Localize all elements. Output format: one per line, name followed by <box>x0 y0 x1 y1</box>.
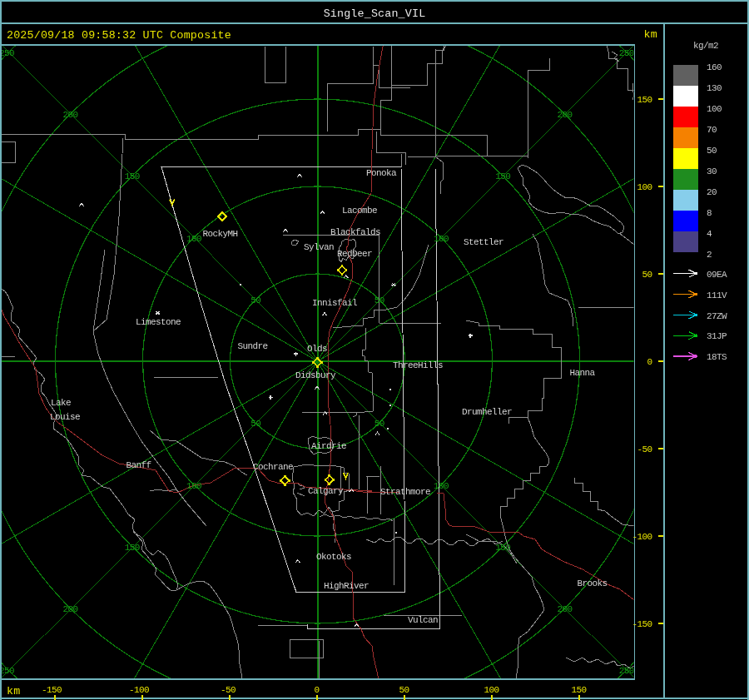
svg-text:50: 50 <box>250 295 260 305</box>
svg-text:150: 150 <box>125 543 140 553</box>
svg-text:Drumheller: Drumheller <box>462 407 512 417</box>
svg-text:130: 130 <box>707 83 722 93</box>
svg-text:100: 100 <box>186 481 201 491</box>
svg-text:-100: -100 <box>632 532 652 542</box>
svg-text:Limestone: Limestone <box>136 317 181 327</box>
svg-text:0: 0 <box>647 357 652 367</box>
svg-text:100: 100 <box>434 234 449 244</box>
svg-text:50: 50 <box>374 295 384 305</box>
svg-text:-150: -150 <box>632 619 652 629</box>
svg-text:-50: -50 <box>221 685 236 695</box>
svg-text:50: 50 <box>399 685 409 695</box>
svg-text:-100: -100 <box>129 685 149 695</box>
svg-text:-50: -50 <box>637 444 652 454</box>
svg-text:RockyMH: RockyMH <box>203 229 238 239</box>
svg-text:50: 50 <box>642 270 652 280</box>
svg-text:200: 200 <box>62 604 77 614</box>
svg-text:150: 150 <box>495 543 510 553</box>
svg-text:Sundre: Sundre <box>238 341 268 351</box>
svg-text:Olds: Olds <box>307 344 327 354</box>
svg-text:8: 8 <box>707 208 712 218</box>
svg-text:20: 20 <box>707 187 717 197</box>
svg-text:2: 2 <box>707 250 712 260</box>
svg-text:Cochrane: Cochrane <box>253 462 293 472</box>
svg-text:km: km <box>7 685 20 698</box>
svg-text:50: 50 <box>250 419 260 429</box>
svg-text:100: 100 <box>434 481 449 491</box>
svg-text:111V: 111V <box>707 290 727 300</box>
svg-text:Calgary: Calgary <box>308 486 344 496</box>
svg-text:HighRiver: HighRiver <box>324 581 369 591</box>
svg-text:Sylvan: Sylvan <box>304 242 334 252</box>
svg-text:50: 50 <box>707 146 717 156</box>
svg-text:Vulcan: Vulcan <box>408 615 438 625</box>
svg-text:km: km <box>644 28 657 41</box>
svg-text:Innisfail: Innisfail <box>312 298 357 308</box>
svg-text:150: 150 <box>637 95 652 105</box>
svg-text:18TS: 18TS <box>707 352 727 362</box>
svg-text:Okotoks: Okotoks <box>316 552 351 562</box>
svg-text:200: 200 <box>62 110 77 120</box>
svg-text:200: 200 <box>557 604 572 614</box>
svg-text:2025/09/18 09:58:32 UTC Compos: 2025/09/18 09:58:32 UTC Composite <box>7 29 231 42</box>
svg-text:-150: -150 <box>42 685 62 695</box>
svg-text:150: 150 <box>495 171 510 181</box>
svg-text:250: 250 <box>0 666 14 676</box>
svg-text:Lacombe: Lacombe <box>342 206 377 216</box>
svg-text:Louise: Louise <box>50 412 80 422</box>
svg-text:50: 50 <box>374 419 384 429</box>
svg-text:31JP: 31JP <box>707 331 727 341</box>
svg-text:Strathmore: Strathmore <box>380 487 430 497</box>
svg-text:250: 250 <box>0 48 14 58</box>
svg-text:RedDeer: RedDeer <box>337 249 372 259</box>
svg-text:70: 70 <box>707 125 717 135</box>
svg-text:Blackfalds: Blackfalds <box>330 227 380 237</box>
svg-text:100: 100 <box>637 182 652 192</box>
svg-text:Brooks: Brooks <box>578 578 608 588</box>
svg-text:Stettler: Stettler <box>464 237 503 247</box>
svg-text:4: 4 <box>707 229 712 239</box>
svg-text:kg/m2: kg/m2 <box>693 41 718 51</box>
svg-text:Didsbury: Didsbury <box>295 370 336 380</box>
svg-text:100: 100 <box>707 104 722 114</box>
svg-text:150: 150 <box>125 171 140 181</box>
svg-text:09EA: 09EA <box>707 270 727 280</box>
svg-text:Airdrie: Airdrie <box>311 441 346 451</box>
svg-text:200: 200 <box>557 110 572 120</box>
svg-text:27ZW: 27ZW <box>707 311 727 321</box>
svg-text:100: 100 <box>186 234 201 244</box>
svg-text:250: 250 <box>619 666 634 676</box>
svg-text:160: 160 <box>707 62 722 72</box>
svg-text:Hanna: Hanna <box>570 368 596 378</box>
svg-text:ThreeHills: ThreeHills <box>393 360 443 370</box>
svg-text:0: 0 <box>314 685 319 695</box>
svg-text:250: 250 <box>619 48 634 58</box>
svg-text:100: 100 <box>484 685 499 695</box>
svg-text:Banff: Banff <box>126 460 151 470</box>
svg-text:30: 30 <box>707 166 717 176</box>
svg-text:150: 150 <box>571 685 586 695</box>
svg-text:Ponoka: Ponoka <box>366 168 397 178</box>
svg-text:Lake: Lake <box>51 398 71 408</box>
svg-text:Single_Scan_VIL: Single_Scan_VIL <box>324 7 426 20</box>
